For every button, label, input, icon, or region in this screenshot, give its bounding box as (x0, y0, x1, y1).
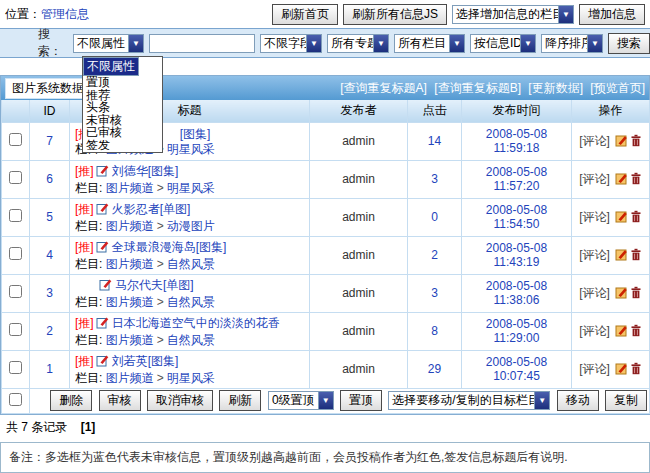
add-info-button[interactable]: 增加信息 (579, 4, 645, 25)
chevron-down-icon: ▼ (534, 392, 549, 409)
edit-icon[interactable] (615, 172, 628, 188)
attr-option[interactable]: 置顶 (83, 76, 162, 89)
checkbox-column-header (2, 100, 30, 122)
category-link[interactable]: 自然风景 (167, 295, 215, 309)
update-data-link[interactable]: [更新数据] (528, 81, 583, 95)
table-row: 4[推]全球最浪漫海岛[图集]栏目: 图片频道>自然风景admin22008-0… (2, 236, 650, 274)
comment-link[interactable]: [评论] (579, 324, 610, 338)
row-time: 2008-05-08 10:07:45 (462, 350, 572, 388)
attr-option[interactable]: 头条 (83, 101, 162, 114)
row-checkbox[interactable] (9, 361, 22, 374)
add-column-select[interactable]: 选择增加信息的栏目 ▼ (452, 5, 574, 24)
channel-link[interactable]: 图片频道 (106, 181, 154, 195)
row-publisher: admin (310, 160, 408, 198)
chevron-down-icon: ▼ (520, 35, 535, 52)
attr-select[interactable]: 不限属性 ▼ (73, 34, 144, 53)
category-link[interactable]: 明星风采 (167, 181, 215, 195)
recommend-flag: [推] (75, 316, 94, 330)
channel-link[interactable]: 图片频道 (106, 257, 154, 271)
row-title-link[interactable]: 全球最浪漫海岛[图集] (112, 240, 227, 254)
move-target-select[interactable]: 选择要移动/复制的目标栏目 ▼ (388, 391, 550, 410)
refresh-home-button[interactable]: 刷新首页 (272, 4, 338, 25)
row-title-link[interactable]: [图集] (180, 127, 211, 141)
row-checkbox[interactable] (9, 323, 22, 336)
select-all-checkbox[interactable] (9, 393, 22, 406)
comment-link[interactable]: [评论] (579, 210, 610, 224)
comment-link[interactable]: [评论] (579, 134, 610, 148)
trash-icon[interactable] (630, 248, 642, 264)
trash-icon[interactable] (630, 134, 642, 150)
move-button[interactable]: 移动 (557, 390, 599, 411)
edit-icon[interactable] (615, 286, 628, 302)
search-button[interactable]: 搜索 (608, 33, 650, 54)
top-level-select[interactable]: 0级置顶 ▼ (268, 391, 334, 410)
edit-icon[interactable] (615, 134, 628, 150)
topic-select[interactable]: 所有专题 ▼ (327, 34, 389, 53)
footer-note: 备注：多选框为蓝色代表未审核信息，置顶级别越高越前面，会员投稿作者为红色,签发信… (0, 442, 650, 473)
channel-link[interactable]: 图片频道 (106, 219, 154, 233)
attr-option[interactable]: 不限属性 (83, 57, 139, 76)
orderby-select[interactable]: 按信息ID ▼ (470, 34, 536, 53)
row-checkbox[interactable] (9, 209, 22, 222)
edit-icon[interactable] (615, 324, 628, 340)
dup-title-b-link[interactable]: [查询重复标题B] (434, 81, 521, 95)
cancel-audit-button[interactable]: 取消审核 (147, 390, 213, 411)
row-title-link[interactable]: 刘德华[图集] (112, 164, 179, 178)
recommend-flag: [推] (75, 240, 94, 254)
location-link[interactable]: 管理信息 (41, 7, 89, 21)
row-title-link[interactable]: 火影忍者[单图] (112, 202, 191, 216)
comment-link[interactable]: [评论] (579, 362, 610, 376)
delete-button[interactable]: 删除 (50, 390, 92, 411)
edit-icon[interactable] (615, 362, 628, 378)
photo-doc-icon (96, 316, 109, 333)
row-title-link[interactable]: 日本北海道空气中的淡淡的花香 (112, 316, 280, 330)
row-publisher: admin (310, 198, 408, 236)
trash-icon[interactable] (630, 362, 642, 378)
row-id: 2 (30, 312, 70, 350)
chevron-down-icon: ▼ (558, 6, 573, 23)
search-keyword-input[interactable] (149, 34, 255, 53)
column-select[interactable]: 所有栏目 ▼ (394, 34, 465, 53)
row-title-link[interactable]: 刘若英[图集] (112, 354, 179, 368)
search-bar: 搜索： 不限属性 ▼ 不限字段 ▼ 所有专题 ▼ 所有栏目 ▼ 按信息ID ▼ … (0, 28, 650, 58)
category-link[interactable]: 明星风采 (167, 371, 215, 385)
trash-icon[interactable] (630, 172, 642, 188)
row-id: 5 (30, 198, 70, 236)
page-number[interactable]: [1] (81, 420, 96, 434)
copy-button[interactable]: 复制 (605, 390, 647, 411)
id-column-header: ID (30, 100, 70, 122)
channel-link[interactable]: 图片频道 (106, 371, 154, 385)
trash-icon[interactable] (630, 324, 642, 340)
category-link[interactable]: 动漫图片 (167, 219, 215, 233)
edit-icon[interactable] (615, 248, 628, 264)
comment-link[interactable]: [评论] (579, 286, 610, 300)
preview-home-link[interactable]: [预览首页] (590, 81, 645, 95)
comment-link[interactable]: [评论] (579, 172, 610, 186)
trash-icon[interactable] (630, 286, 642, 302)
comment-link[interactable]: [评论] (579, 248, 610, 262)
field-select[interactable]: 不限字段 ▼ (260, 34, 322, 53)
chevron-down-icon: ▼ (449, 35, 464, 52)
category-link[interactable]: 明星风采 (167, 142, 215, 156)
row-title-link[interactable]: 马尔代夫[单图] (115, 278, 194, 292)
category-link[interactable]: 自然风景 (167, 333, 215, 347)
refresh-button[interactable]: 刷新 (219, 390, 261, 411)
channel-link[interactable]: 图片频道 (106, 333, 154, 347)
audit-button[interactable]: 审核 (99, 390, 141, 411)
trash-icon[interactable] (630, 210, 642, 226)
row-publisher: admin (310, 236, 408, 274)
order-select[interactable]: 降序排序 ▼ (541, 34, 603, 53)
edit-icon[interactable] (615, 210, 628, 226)
row-id: 1 (30, 350, 70, 388)
category-link[interactable]: 自然风景 (167, 257, 215, 271)
refresh-all-js-button[interactable]: 刷新所有信息JS (343, 4, 447, 25)
row-checkbox[interactable] (9, 171, 22, 184)
set-top-button[interactable]: 置顶 (340, 390, 382, 411)
row-checkbox[interactable] (9, 133, 22, 146)
row-checkbox[interactable] (9, 247, 22, 260)
attr-option[interactable]: 签发 (83, 139, 162, 152)
column-label: 栏目: (75, 257, 102, 271)
row-checkbox[interactable] (9, 285, 22, 298)
dup-title-a-link[interactable]: [查询重复标题A] (340, 81, 427, 95)
channel-link[interactable]: 图片频道 (106, 295, 154, 309)
